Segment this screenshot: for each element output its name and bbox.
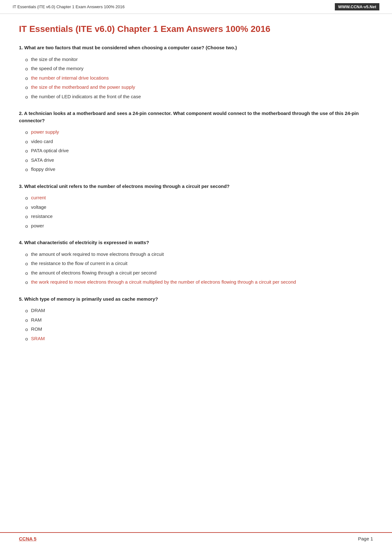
page-wrapper: IT Essentials (ITE v6.0) Chapter 1 Exam … (0, 0, 392, 554)
answer-text: power (31, 222, 44, 230)
answer-text: DRAM (31, 307, 45, 314)
answer-item: oRAM (25, 316, 373, 324)
answer-text: the resistance to the flow of current in… (31, 260, 127, 267)
question-text-5: 5. Which type of memory is primarily use… (19, 296, 373, 303)
answer-bullet: o (25, 148, 28, 155)
footer-page: Page 1 (358, 536, 373, 541)
answer-text: the amount of electrons flowing through … (31, 269, 156, 277)
main-content: IT Essentials (ITE v6.0) Chapter 1 Exam … (0, 14, 392, 371)
answer-text: voltage (31, 204, 46, 211)
answer-item: othe number of LED indicators at the fro… (25, 93, 373, 101)
answer-item: opower supply (25, 129, 373, 136)
answer-item: othe work required to move electrons thr… (25, 279, 373, 286)
answer-bullet: o (25, 166, 28, 173)
answer-text: current (31, 194, 46, 202)
answer-text: the work required to move electrons thro… (31, 279, 296, 286)
answer-item: oDRAM (25, 307, 373, 315)
answer-bullet: o (25, 129, 28, 136)
answer-bullet: o (25, 307, 28, 315)
answer-item: oROM (25, 326, 373, 333)
answer-bullet: o (25, 138, 28, 146)
answer-bullet: o (25, 335, 28, 343)
answer-text: the number of LED indicators at the fron… (31, 93, 141, 100)
answer-text: SATA drive (31, 157, 54, 164)
answer-bullet: o (25, 213, 28, 220)
answer-bullet: o (25, 56, 28, 63)
answer-bullet: o (25, 223, 28, 230)
answer-list-2: opower supplyovideo cardoPATA optical dr… (19, 129, 373, 173)
answer-text: the size of the monitor (31, 56, 78, 63)
answer-bullet: o (25, 204, 28, 211)
answer-item: ovideo card (25, 138, 373, 146)
answer-item: ofloppy drive (25, 166, 373, 173)
answer-bullet: o (25, 93, 28, 101)
footer-link[interactable]: CCNA 5 (19, 536, 36, 541)
page-title: IT Essentials (ITE v6.0) Chapter 1 Exam … (19, 23, 373, 35)
answer-bullet: o (25, 65, 28, 73)
question-block-3: 3. What electrical unit refers to the nu… (19, 183, 373, 230)
answer-text: ROM (31, 326, 42, 333)
answer-text: the size of the motherboard and the powe… (31, 84, 135, 91)
answer-bullet: o (25, 270, 28, 277)
answer-bullet: o (25, 157, 28, 164)
question-block-5: 5. Which type of memory is primarily use… (19, 296, 373, 343)
answer-text: resistance (31, 213, 52, 220)
answer-text: the number of internal drive locations (31, 75, 109, 82)
answer-bullet: o (25, 195, 28, 202)
answer-item: opower (25, 222, 373, 230)
answer-item: oPATA optical drive (25, 147, 373, 155)
answer-text: the speed of the memory (31, 65, 83, 72)
question-text-1: 1. What are two factors that must be con… (19, 44, 373, 51)
answer-item: othe size of the monitor (25, 56, 373, 63)
answer-list-3: ocurrentovoltageoresistanceopower (19, 194, 373, 230)
question-block-2: 2. A technician looks at a motherboard a… (19, 110, 373, 173)
answer-item: othe number of internal drive locations (25, 75, 373, 82)
answer-bullet: o (25, 279, 28, 286)
answer-bullet: o (25, 260, 28, 268)
answer-list-4: othe amount of work required to move ele… (19, 251, 373, 286)
answer-bullet: o (25, 84, 28, 91)
answer-item: ovoltage (25, 204, 373, 211)
question-text-2: 2. A technician looks at a motherboard a… (19, 110, 373, 124)
site-badge: WWW.CCNA-v5.Net (335, 3, 379, 10)
answer-bullet: o (25, 326, 28, 333)
answer-item: oSRAM (25, 335, 373, 343)
answer-text: RAM (31, 316, 41, 324)
answer-item: oresistance (25, 213, 373, 220)
answer-item: othe speed of the memory (25, 65, 373, 73)
question-block-4: 4. What characteristic of electricity is… (19, 239, 373, 286)
answer-item: ocurrent (25, 194, 373, 202)
answer-text: the amount of work required to move elec… (31, 251, 164, 258)
answer-item: othe resistance to the flow of current i… (25, 260, 373, 268)
answer-text: floppy drive (31, 166, 55, 173)
header-bar: IT Essentials (ITE v6.0) Chapter 1 Exam … (0, 0, 392, 14)
question-block-1: 1. What are two factors that must be con… (19, 44, 373, 100)
question-text-3: 3. What electrical unit refers to the nu… (19, 183, 373, 190)
answer-bullet: o (25, 75, 28, 82)
answer-item: othe amount of electrons flowing through… (25, 269, 373, 277)
answer-text: video card (31, 138, 53, 145)
answer-item: othe size of the motherboard and the pow… (25, 84, 373, 91)
answer-bullet: o (25, 251, 28, 258)
question-text-4: 4. What characteristic of electricity is… (19, 239, 373, 246)
questions-container: 1. What are two factors that must be con… (19, 44, 373, 342)
answer-item: oSATA drive (25, 157, 373, 164)
answer-text: power supply (31, 129, 59, 136)
answer-bullet: o (25, 317, 28, 324)
header-title: IT Essentials (ITE v6.0) Chapter 1 Exam … (13, 4, 125, 9)
footer-bar: CCNA 5 Page 1 (0, 532, 392, 545)
answer-list-1: othe size of the monitorothe speed of th… (19, 56, 373, 101)
answer-text: PATA optical drive (31, 147, 69, 154)
answer-list-5: oDRAMoRAMoROMoSRAM (19, 307, 373, 342)
answer-item: othe amount of work required to move ele… (25, 251, 373, 258)
answer-text: SRAM (31, 335, 45, 342)
